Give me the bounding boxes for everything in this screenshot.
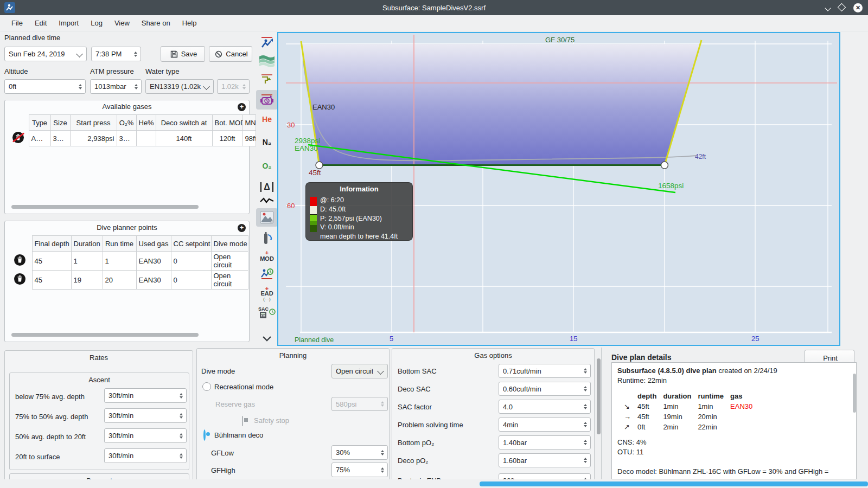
cancel-button[interactable]: Cancel	[209, 46, 252, 62]
chevron-down-icon	[203, 83, 210, 90]
sac-icon[interactable]: SAC	[256, 304, 278, 320]
time-tick-25: 25	[751, 335, 759, 343]
recreational-mode-radio[interactable]	[202, 382, 211, 391]
reserve-gas-label: Reserve gas	[215, 400, 255, 408]
deco-po2-spinbox[interactable]: 1.60bar	[499, 453, 591, 467]
dive-mode-label: Dive mode	[201, 367, 235, 375]
tooltip-line: V: 0.0ft/min	[320, 223, 398, 232]
ascent-rate-spinbox[interactable]: 30ft/min	[104, 448, 187, 463]
minimize-button[interactable]	[826, 3, 830, 12]
dive-planner-points-title: Dive planner points	[5, 223, 249, 232]
gflow-spinbox[interactable]: 30%	[331, 445, 388, 460]
dive-plan-text[interactable]: Subsurface (4.8.5.0) dive plan created o…	[611, 362, 857, 479]
nitrogen-graph-icon[interactable]: N₂	[256, 134, 278, 150]
menu-log[interactable]: Log	[85, 17, 108, 29]
atm-pressure-spinbox[interactable]: 1013mbar	[90, 79, 142, 94]
gas-row[interactable]: A… 3… 2,938psi 3… 140ft 120ft 98ft	[8, 131, 256, 146]
plan-header-rest: created on 2/24/19	[717, 367, 777, 375]
add-point-button[interactable]: +	[238, 224, 246, 232]
gfhigh-spinbox[interactable]: 75%	[331, 463, 388, 477]
waypoint-handle[interactable]	[661, 162, 668, 169]
point-row[interactable]: 45 19 20 EAN30 0 Open circuit	[8, 271, 248, 290]
gfhigh-label: GFHigh	[211, 466, 235, 474]
ascent-rate-spinbox[interactable]: 30ft/min	[104, 388, 187, 403]
buhlmann-deco-radio[interactable]	[203, 429, 206, 441]
maximize-button[interactable]	[839, 3, 845, 12]
gases-hscrollbar[interactable]	[11, 205, 199, 209]
menu-share-on[interactable]: Share on	[136, 17, 176, 29]
menu-file[interactable]: File	[5, 17, 29, 29]
menu-help[interactable]: Help	[176, 17, 203, 29]
point-row[interactable]: 45 1 1 EAN30 0 Open circuit	[8, 252, 248, 271]
ascent-rate-spinbox[interactable]: 30ft/min	[104, 408, 187, 423]
dive-mode-combobox[interactable]: Open circuit	[331, 364, 388, 378]
toolbar-scroll-down-icon[interactable]	[256, 333, 278, 345]
dive-plan-details-panel: Dive plan details Print Subsurface (4.8.…	[601, 348, 868, 479]
add-gas-button[interactable]: +	[238, 103, 246, 111]
bottom-hscrollbar[interactable]	[480, 481, 868, 486]
time-tick-5: 5	[390, 335, 393, 343]
reserve-gas-spinbox: 580psi	[331, 397, 388, 411]
points-hscrollbar[interactable]	[11, 333, 199, 337]
altitude-spinbox[interactable]: 0ft	[4, 79, 86, 94]
planning-panel: Planning Dive mode Open circuit Recreati…	[196, 348, 390, 479]
waypoint-handle[interactable]	[316, 162, 323, 169]
delete-gas-icon[interactable]	[12, 132, 24, 143]
menu-edit[interactable]: Edit	[29, 17, 53, 29]
water-density-spinbox: 1.02k	[217, 79, 250, 94]
tank-pressure-icon[interactable]	[256, 90, 278, 110]
ceiling-icon[interactable]	[256, 72, 278, 88]
date-combobox[interactable]: Sun Feb 24, 2019	[4, 47, 87, 61]
sac-factor-spinbox[interactable]: 4.0	[499, 400, 591, 414]
water-type-combobox[interactable]: EN13319 (1.02k	[145, 79, 214, 94]
start-pressure-label: 2938psi	[295, 137, 320, 145]
bottom-po2-spinbox[interactable]: 1.40bar	[499, 435, 591, 450]
dc-reported-ceiling-icon[interactable]	[256, 266, 278, 282]
close-button[interactable]: ✕	[853, 3, 863, 12]
gas-change-icon[interactable]	[256, 230, 278, 245]
time-spinbox[interactable]: 7:38 PM	[91, 47, 141, 61]
helium-graph-icon[interactable]: He	[256, 112, 278, 127]
plan-segments-table: depth duration runtime gas ↘ 45ft 1min 1…	[621, 391, 756, 432]
tooltip-color-bar	[310, 197, 317, 232]
oxygen-graph-icon[interactable]: O₂	[256, 158, 278, 174]
menu-import[interactable]: Import	[53, 17, 85, 29]
recreational-mode-label: Recreational mode	[214, 383, 273, 391]
spinner-arrows[interactable]	[133, 52, 138, 57]
heart-rate-icon[interactable]	[256, 195, 278, 206]
plan-runtime: Runtime: 22min	[617, 376, 851, 386]
tissue-tolerance-icon[interactable]: Δ	[256, 180, 278, 194]
best-mix-end-spinbox[interactable]: 98ft	[499, 473, 591, 479]
details-vscrollbar[interactable]	[853, 374, 856, 413]
problem-solving-time-spinbox[interactable]: 4min	[499, 418, 591, 432]
delete-point-icon[interactable]	[14, 273, 25, 285]
planning-title: Planning	[197, 351, 389, 359]
safety-stop-label: Safety stop	[254, 416, 289, 425]
menu-bar: File Edit Import Log View Share on Help	[0, 15, 868, 31]
first-stop-depth-label: 45ft	[309, 169, 321, 177]
water-type-label: Water type	[145, 67, 179, 75]
deco-sac-spinbox[interactable]: 0.60cuft/min	[499, 382, 591, 396]
ascent-title: Ascent	[10, 376, 189, 384]
title-bar: Subsurface: SampleDivesV2.ssrf ✕	[0, 0, 868, 15]
descent-groupbox: Descent	[9, 473, 189, 479]
profile-dive-mode-icon[interactable]	[256, 35, 278, 51]
settings-vscrollbar[interactable]	[597, 358, 601, 434]
delete-point-icon[interactable]	[14, 254, 25, 266]
menu-view[interactable]: View	[108, 17, 136, 29]
photos-icon[interactable]	[256, 208, 278, 227]
mod-icon[interactable]: + MOD	[256, 248, 278, 262]
depth-tick-30: 30	[287, 121, 295, 129]
ascent-rate-label: 75% to 50% avg. depth	[15, 413, 88, 421]
bottom-sac-label: Bottom SAC	[398, 367, 437, 375]
water-salinity-icon[interactable]	[256, 53, 278, 68]
dive-profile-chart[interactable]: GF 30/75 30 60 5 15 25 EAN30 2938psi EAN…	[277, 32, 840, 346]
ascent-rate-spinbox[interactable]: 30ft/min	[104, 428, 187, 443]
save-button[interactable]: Save	[161, 46, 205, 62]
points-header-row: Final depth Duration Run time Used gas C…	[8, 236, 248, 252]
atm-pressure-label: ATM pressure	[90, 67, 134, 75]
ead-icon[interactable]: + EAD (···)	[256, 285, 278, 301]
bottom-scroll-strip	[0, 479, 868, 488]
bottom-sac-spinbox[interactable]: 0.71cuft/min	[499, 364, 591, 378]
tooltip-title: Information	[306, 185, 412, 193]
